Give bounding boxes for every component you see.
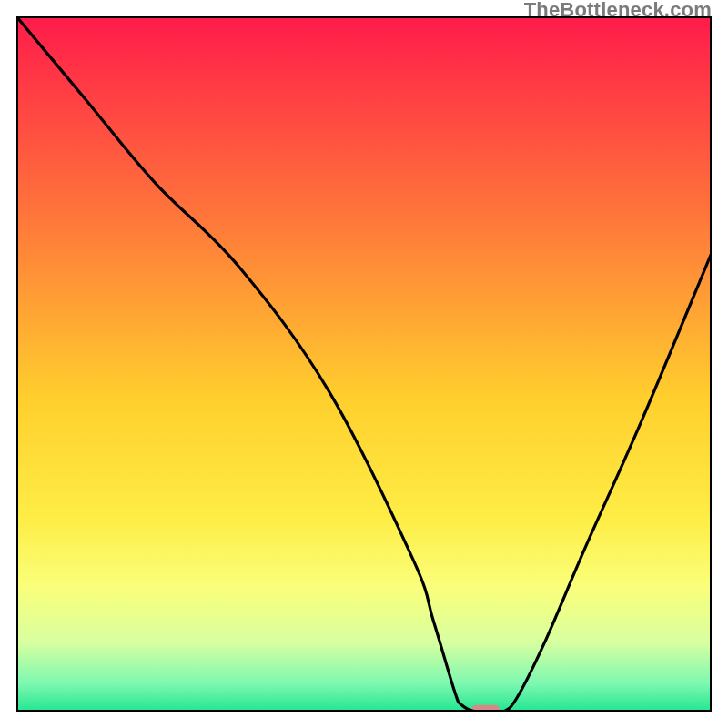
watermark-label: TheBottleneck.com — [524, 0, 712, 22]
chart-container: TheBottleneck.com — [0, 0, 728, 728]
chart-plot — [16, 16, 712, 712]
chart-background — [16, 16, 712, 712]
